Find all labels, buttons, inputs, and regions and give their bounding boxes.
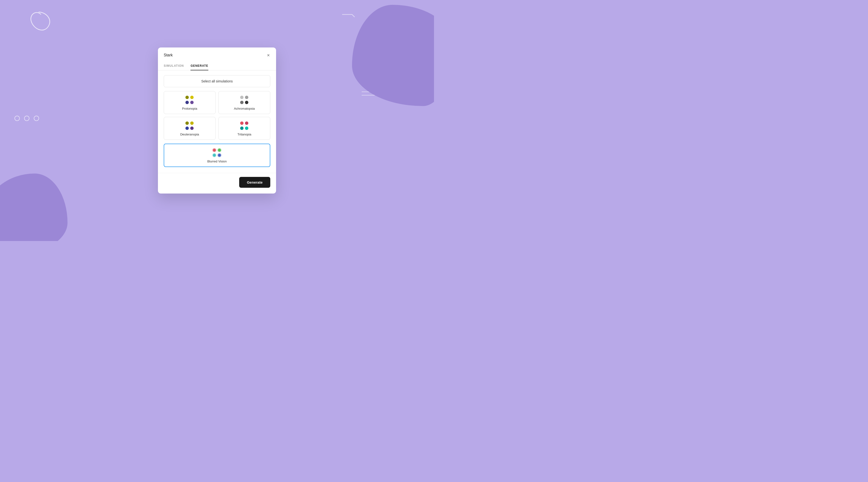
dot [213,149,216,152]
dot [245,101,248,104]
sim-card-protonopia[interactable]: Protonopia [164,91,216,114]
tab-generate[interactable]: GENERATE [190,62,208,70]
dot [240,122,244,125]
dot [245,96,248,99]
bg-blob-right [352,5,434,106]
dot [185,122,189,125]
sim-card-deuteranopia[interactable]: Deuteranopia [164,117,216,140]
bg-blob-left [0,173,67,241]
bg-line-1 [362,92,386,92]
modal-footer: Generate [158,173,276,194]
achromatopsia-dots [240,96,249,104]
tab-simulation[interactable]: SIMULATION [164,62,184,70]
dot [190,96,194,99]
dot [190,122,194,125]
tritanopia-dots [240,122,249,130]
blurred-vision-label: Blurred Vision [207,160,227,163]
dot [190,127,194,130]
blurred-vision-dots [213,149,221,157]
dot [240,127,244,130]
bg-circle-1 [14,116,20,121]
bg-line-2 [362,95,378,95]
dot [218,154,221,157]
deuteranopia-dots [185,122,194,130]
dot [245,127,248,130]
sim-card-tritanopia[interactable]: Tritanopia [218,117,270,140]
tritanopia-label: Tritanopia [238,133,251,136]
protonopia-dots [185,96,194,104]
achromatopsia-label: Achromatopsia [234,107,255,110]
select-all-button[interactable]: Select all simulations [164,75,270,87]
modal: Stark × SIMULATION GENERATE Select all s… [158,47,276,194]
dot [213,154,216,157]
protonopia-label: Protonopia [182,107,197,110]
deuteranopia-label: Deuteranopia [180,133,199,136]
tabs: SIMULATION GENERATE [158,61,276,70]
close-button[interactable]: × [267,52,270,58]
generate-button[interactable]: Generate [239,177,270,188]
dot [240,101,244,104]
simulation-grid: Protonopia Achromatopsia [164,91,270,140]
sim-card-blurred-vision[interactable]: Blurred Vision [164,143,270,167]
modal-title: Stark [164,53,173,57]
bg-circle-3 [34,116,39,121]
dot [245,122,248,125]
dot [218,149,221,152]
sim-card-achromatopsia[interactable]: Achromatopsia [218,91,270,114]
dot [190,101,194,104]
bg-circle-2 [24,116,29,121]
dot [240,96,244,99]
dot [185,96,189,99]
modal-body: Select all simulations Protonopia [158,70,276,173]
dot [185,101,189,104]
modal-header: Stark × [158,47,276,58]
dot [185,127,189,130]
